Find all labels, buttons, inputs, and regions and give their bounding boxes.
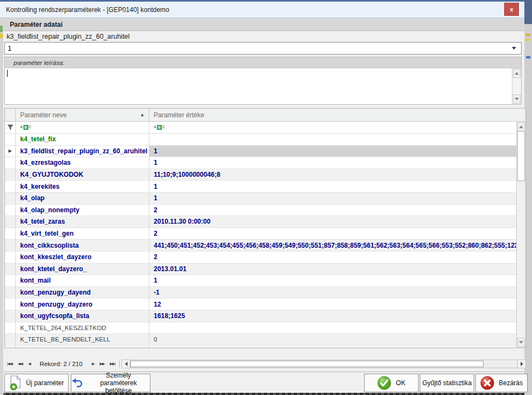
- cell-parameter-value[interactable]: [149, 346, 516, 348]
- table-row[interactable]: K_TETEL_264_KESZLETKOD: [5, 322, 516, 334]
- nav-next-page-button[interactable]: ▶▶: [97, 362, 107, 366]
- row-indicator-cell: [5, 298, 16, 310]
- table-row[interactable]: k4_tetel_fix: [5, 134, 516, 146]
- new-parameter-button[interactable]: Új paraméter: [4, 374, 69, 392]
- cell-parameter-value[interactable]: 2: [149, 228, 516, 240]
- cell-parameter-value[interactable]: 1618;1625: [149, 310, 516, 322]
- button-label: OK: [396, 379, 405, 387]
- grid-header-row: Paraméter neve ▲ Paraméter értéke: [5, 109, 525, 122]
- close-dialog-button[interactable]: Bezárás: [475, 374, 528, 392]
- cell-parameter-name[interactable]: K_TETEL_264_KESZLETKOD: [16, 322, 149, 334]
- scroll-up-button[interactable]: [513, 69, 521, 78]
- scrollbar-thumb[interactable]: [130, 361, 483, 367]
- description-textarea[interactable]: [5, 68, 512, 104]
- cell-parameter-value[interactable]: 1: [149, 181, 516, 192]
- cell-parameter-value[interactable]: 0: [149, 334, 516, 345]
- cell-parameter-value[interactable]: 2: [149, 205, 516, 216]
- table-row[interactable]: kont_mail 1: [5, 275, 516, 287]
- cell-parameter-name[interactable]: k4_ezrestagolas: [16, 157, 149, 169]
- parameter-value-combobox[interactable]: 1: [4, 42, 522, 55]
- cell-parameter-name[interactable]: kont_ktetel_dayzero_: [16, 264, 149, 275]
- cell-parameter-value[interactable]: 2: [149, 252, 516, 263]
- cell-parameter-name[interactable]: kont_penzugy_dayzero: [16, 298, 149, 310]
- cell-parameter-name[interactable]: kont_mail: [16, 275, 149, 286]
- close-button[interactable]: x: [504, 3, 519, 16]
- table-row[interactable]: kont_cikkcsoplista 441;450;451;452;453;4…: [5, 240, 516, 252]
- cell-parameter-name[interactable]: kont_penzugy_dayend: [16, 287, 149, 298]
- cell-parameter-name[interactable]: kont_cikkcsoplista: [16, 240, 149, 251]
- row-indicator-cell: [5, 146, 16, 157]
- filter-input-value[interactable]: A B C: [149, 122, 516, 133]
- cell-parameter-value[interactable]: 1: [149, 146, 516, 157]
- description-groupbox: paraméter leírása:: [4, 57, 522, 105]
- table-row[interactable]: k3_fieldlist_repair_plugin_zz_60_aruhite…: [5, 146, 516, 158]
- scroll-right-button[interactable]: [517, 360, 525, 368]
- cell-parameter-value[interactable]: 1: [149, 275, 516, 286]
- cell-parameter-name[interactable]: k3_fieldlist_repair_plugin_zz_60_aruhite…: [16, 146, 149, 157]
- table-row[interactable]: k4_ezrestagolas 1: [5, 157, 516, 169]
- cell-parameter-value[interactable]: 441;450;451;452;453;454;455;456;458;459;…: [149, 240, 516, 251]
- nav-prev-button[interactable]: ◀: [25, 362, 33, 366]
- table-row[interactable]: k4_kerekites 1: [5, 181, 516, 193]
- table-row[interactable]: K_TETEL_BE_RENDELT_KELL 0: [5, 334, 516, 346]
- scroll-left-button[interactable]: [122, 360, 130, 368]
- combobox-value[interactable]: 1: [5, 44, 512, 52]
- cell-parameter-value[interactable]: 2013.01.01: [149, 264, 516, 275]
- column-header-parameter-value[interactable]: Paraméter értéke: [149, 109, 525, 121]
- table-row[interactable]: k4_olap 1: [5, 193, 516, 205]
- titlebar[interactable]: Kontrolling rendszerparaméterek - [GEP01…: [0, 2, 524, 18]
- row-indicator-cell: [5, 240, 16, 251]
- column-header-parameter-name[interactable]: Paraméter neve ▲: [16, 109, 149, 121]
- table-row[interactable]: k4_olap_nonempty 2: [5, 205, 516, 217]
- table-row[interactable]: kont_kkeszlet_dayzero 2: [5, 252, 516, 264]
- chevron-down-icon[interactable]: [512, 47, 516, 50]
- filter-input-name[interactable]: A B C: [16, 122, 149, 133]
- table-row[interactable]: k4_virt_tetel_gen 2: [5, 228, 516, 240]
- cell-parameter-name[interactable]: K_TETEL_BE_RENDELT_KELL: [16, 334, 149, 345]
- table-row[interactable]: K_UGYFCSOP_Z: [5, 346, 516, 348]
- cell-parameter-name[interactable]: k4_tetel_zaras: [16, 216, 149, 228]
- nav-next-button[interactable]: ▶: [89, 362, 96, 366]
- cell-parameter-value[interactable]: [149, 134, 516, 145]
- table-row[interactable]: kont_penzugy_dayzero 12: [5, 298, 516, 310]
- scroll-up-button[interactable]: [517, 122, 525, 131]
- nav-first-button[interactable]: |◀◀: [4, 362, 15, 366]
- table-row[interactable]: kont_ktetel_dayzero_ 2013.01.01: [5, 264, 516, 276]
- nav-prev-page-button[interactable]: ◀◀: [15, 362, 26, 366]
- description-label: paraméter leírása:: [14, 59, 64, 66]
- table-row[interactable]: k4_tetel_zaras 2010.11.30 0:00:00: [5, 216, 516, 228]
- scroll-down-button[interactable]: [517, 338, 525, 347]
- cell-parameter-value[interactable]: 11;10;9;1000000046;8: [149, 169, 516, 181]
- cell-parameter-name[interactable]: k4_virt_tetel_gen: [16, 228, 149, 240]
- table-row[interactable]: K4_GYUJTOKODOK 11;10;9;1000000046;8: [5, 169, 516, 181]
- cell-parameter-name[interactable]: k4_olap: [16, 193, 149, 204]
- grid-horizontal-scrollbar[interactable]: [122, 360, 526, 368]
- row-indicator-cell: [5, 134, 16, 145]
- filter-funnel-cell[interactable]: [5, 122, 16, 133]
- scrollbar-thumb[interactable]: [517, 131, 525, 181]
- collector-statistics-button[interactable]: Gyűjtő statisztika: [420, 374, 474, 392]
- cell-parameter-name[interactable]: k4_tetel_fix: [16, 134, 149, 145]
- cell-parameter-name[interactable]: K4_GYUJTOKODOK: [16, 169, 149, 181]
- cell-parameter-value[interactable]: -1: [149, 287, 516, 298]
- cell-parameter-value[interactable]: 1: [149, 193, 516, 204]
- cell-parameter-value[interactable]: 1: [149, 157, 516, 169]
- cell-parameter-name[interactable]: kont_ugyfcsopfa_lista: [16, 310, 149, 322]
- table-row[interactable]: kont_ugyfcsopfa_lista 1618;1625: [5, 310, 516, 322]
- cell-parameter-value[interactable]: [149, 322, 516, 334]
- nav-last-button[interactable]: ▶▶|: [107, 362, 118, 366]
- cell-parameter-value[interactable]: 12: [149, 298, 516, 310]
- filter-funnel-icon: [7, 124, 14, 130]
- sort-ascending-icon[interactable]: ▲: [140, 112, 144, 117]
- load-person-parameters-button[interactable]: Személy paraméterek betöltése: [71, 374, 150, 392]
- cell-parameter-name[interactable]: kont_kkeszlet_dayzero: [16, 252, 149, 263]
- cell-parameter-value[interactable]: 2010.11.30 0:00:00: [149, 216, 516, 228]
- cell-parameter-name[interactable]: k4_kerekites: [16, 181, 149, 192]
- grid-vertical-scrollbar[interactable]: [516, 122, 525, 348]
- cell-parameter-name[interactable]: K_UGYFCSOP_Z: [16, 346, 149, 348]
- scroll-down-button[interactable]: [513, 94, 521, 104]
- table-row[interactable]: kont_penzugy_dayend -1: [5, 287, 516, 299]
- cell-parameter-name[interactable]: k4_olap_nonempty: [16, 205, 149, 216]
- description-vertical-scrollbar[interactable]: [512, 68, 521, 104]
- ok-button[interactable]: OK: [364, 374, 419, 392]
